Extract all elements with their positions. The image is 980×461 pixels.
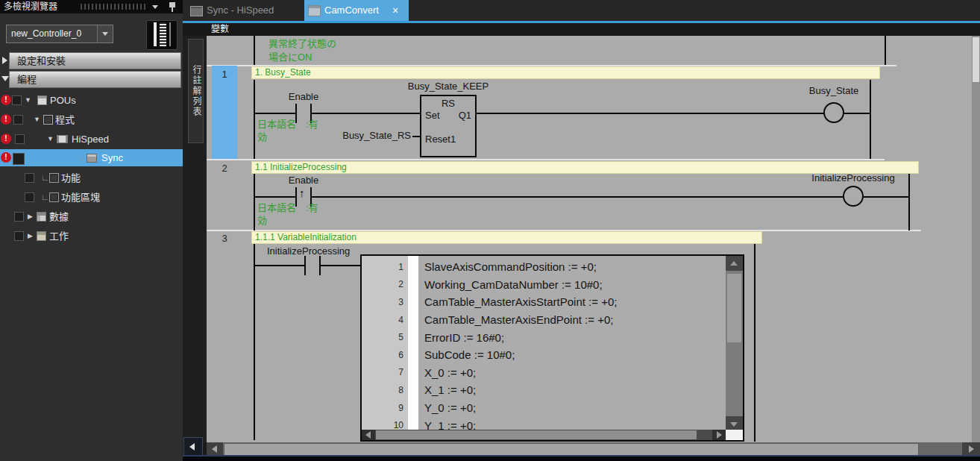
- sidebar-item-label: POUs: [50, 92, 76, 108]
- st-line[interactable]: 5ErrorID := 16#0;: [362, 328, 705, 346]
- st-code: SlaveAxisCommandPosition := +0;: [403, 260, 597, 273]
- controller-select[interactable]: new_Controller_0: [6, 25, 113, 43]
- variables-bar[interactable]: 變數: [183, 23, 980, 36]
- section-programming[interactable]: 編程: [9, 71, 181, 88]
- scroll-right-button[interactable]: [712, 430, 726, 440]
- sidebar-item-data[interactable]: ▶ 數據: [0, 209, 183, 225]
- wire: [754, 244, 756, 442]
- sidebar-item-tasks[interactable]: ▶ 工作: [0, 228, 183, 244]
- explorer-titlebar[interactable]: 多檢視瀏覽器: [0, 0, 183, 13]
- wire: [254, 265, 305, 266]
- st-vertical-scrollbar[interactable]: [726, 256, 743, 431]
- wire: [312, 113, 421, 114]
- tree-status-square: [14, 231, 24, 241]
- section-setup-label: 設定和安裝: [17, 55, 66, 66]
- st-line[interactable]: 3CamTable_MasterAxisStartPoint := +0;: [362, 293, 705, 311]
- rung1-comment[interactable]: 1. Busy_State: [251, 66, 880, 79]
- chevron-down-icon[interactable]: [152, 5, 158, 9]
- vertical-scrollbar[interactable]: [972, 36, 980, 442]
- sync-section-icon: [87, 154, 97, 163]
- rung3-comment-text: 1.1.1 VariableInitialization: [255, 232, 356, 242]
- sidebar-item-hispeed[interactable]: ! ▼ HiSpeed: [0, 131, 183, 147]
- ladder-program-icon: [57, 135, 68, 143]
- sidebar-item-label: 功能區塊: [61, 189, 100, 205]
- rung2-number[interactable]: 2: [212, 163, 237, 174]
- rising-edge-icon: ↑: [299, 186, 305, 199]
- st-line[interactable]: 8X_1 := +0;: [362, 381, 705, 399]
- tree-expanded-icon[interactable]: ▼: [34, 112, 40, 128]
- scroll-left-button[interactable]: [362, 430, 375, 440]
- scroll-up-button[interactable]: [726, 256, 743, 271]
- tree-status-square: [25, 192, 34, 202]
- collapse-panel-button[interactable]: [183, 437, 203, 457]
- rung3-comment[interactable]: 1.1.1 VariableInitialization: [251, 231, 762, 244]
- st-horizontal-scrollbar[interactable]: [362, 430, 726, 440]
- rs-reset1-pin: Reset1: [425, 134, 456, 145]
- close-icon[interactable]: ×: [392, 0, 398, 21]
- st-line[interactable]: 6SubCode := 10#0;: [362, 346, 705, 364]
- wire: [321, 265, 361, 266]
- tab-label: Sync - HiSpeed: [207, 0, 274, 21]
- rs-set-pin: Set: [425, 110, 440, 121]
- section-expanded-icon[interactable]: [1, 76, 9, 81]
- st-line[interactable]: 9Y_0 := +0;: [362, 399, 705, 417]
- st-line-number: 6: [362, 350, 403, 360]
- error-badge: !: [1, 95, 11, 105]
- section-setup[interactable]: 設定和安裝: [9, 52, 181, 69]
- scrollbar-thumb[interactable]: [376, 430, 697, 439]
- st-line-number: 9: [362, 403, 403, 413]
- st-line[interactable]: 7X_0 := +0;: [362, 364, 705, 382]
- controller-device-icon: [146, 20, 178, 50]
- sidebar-item-sync[interactable]: ! ∟ Sync: [0, 149, 183, 166]
- scrollbar-thumb[interactable]: [727, 274, 741, 342]
- rung0-comment[interactable]: 異常終了状態の 場合にON: [268, 37, 336, 64]
- contact-bar[interactable]: [304, 256, 306, 275]
- sidebar-item-label: HiSpeed: [72, 131, 109, 147]
- tree-status-square: [13, 153, 25, 165]
- st-line[interactable]: 2Working_CamDataNumber := 10#0;: [362, 276, 705, 294]
- row-comment-list-tab[interactable]: 行註解列表: [188, 39, 204, 143]
- st-line-number: 3: [362, 297, 403, 307]
- tree-expanded-icon[interactable]: ▼: [25, 92, 31, 108]
- tree-expanded-icon[interactable]: ▼: [47, 131, 54, 147]
- inline-st-editor[interactable]: 1SlaveAxisCommandPosition := +0; 2Workin…: [360, 254, 744, 442]
- st-line[interactable]: 4CamTable_MasterAxisEndPoint := +0;: [362, 311, 705, 329]
- error-badge: !: [1, 114, 11, 125]
- section-programming-label: 編程: [17, 74, 37, 85]
- scrollbar-thumb[interactable]: [973, 37, 979, 82]
- wire: [254, 244, 255, 440]
- wire: [312, 196, 844, 198]
- chevron-down-icon: [102, 32, 108, 36]
- data-table-icon: [37, 212, 46, 222]
- sidebar-item-functions[interactable]: ∟ 功能: [0, 170, 183, 186]
- tree-collapsed-icon[interactable]: ▶: [28, 209, 33, 225]
- st-code-area[interactable]: 1SlaveAxisCommandPosition := +0; 2Workin…: [362, 258, 705, 434]
- tree-collapsed-icon[interactable]: ▶: [28, 228, 33, 244]
- rs-function-block[interactable]: RS Set Q1 Reset1: [420, 95, 477, 157]
- rung3-number[interactable]: 3: [212, 233, 237, 244]
- scrollbar-thumb[interactable]: [224, 443, 919, 456]
- rung1-number[interactable]: 1: [212, 69, 237, 80]
- reset-variable-label[interactable]: Busy_State_RS: [330, 130, 411, 141]
- rung2-comment-text: 1.1 InitializeProcessing: [255, 162, 347, 172]
- pous-icon: [37, 95, 47, 105]
- sidebar-item-function-blocks[interactable]: ∟ 功能區塊: [0, 189, 183, 205]
- coil-busy-state[interactable]: [823, 102, 844, 123]
- coil-initialize-processing[interactable]: [843, 186, 864, 207]
- pin-icon[interactable]: [169, 2, 175, 7]
- wire: [412, 136, 421, 137]
- scroll-down-button[interactable]: [726, 416, 743, 431]
- error-badge: !: [1, 134, 11, 144]
- wire: [885, 36, 886, 65]
- controller-select-arrow[interactable]: [97, 25, 113, 43]
- sidebar-item-programs[interactable]: ! ▼ 程式: [0, 112, 183, 128]
- sidebar-item-pous[interactable]: ! ▼ POUs: [0, 92, 183, 108]
- section-collapsed-icon[interactable]: [2, 57, 7, 64]
- tab-camconvert[interactable]: CamConvert ×: [304, 0, 409, 21]
- st-line-number: 2: [362, 279, 403, 289]
- scrollbar-corner: [726, 430, 743, 440]
- tree-branch-icon: ∟: [78, 149, 86, 166]
- st-line[interactable]: 1SlaveAxisCommandPosition := +0;: [362, 258, 705, 276]
- tab-sync-hispeed[interactable]: Sync - HiSpeed: [189, 0, 301, 21]
- tree-status-square: [12, 95, 22, 105]
